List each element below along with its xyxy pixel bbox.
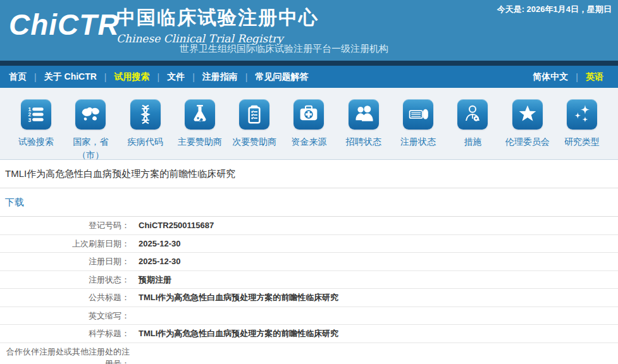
toolbar-item-label: 招聘状态 xyxy=(346,135,381,149)
toolbar-item-recruitment-status[interactable]: 招聘状态 xyxy=(337,99,391,159)
toolbar-item-ethics-committee[interactable]: 伦理委员会 xyxy=(500,99,555,159)
toolbar-item-study-type[interactable]: 研究类型 xyxy=(555,99,609,159)
clipboard-icon xyxy=(239,99,269,130)
toolbar-item-label: 试验搜索 xyxy=(18,135,54,149)
field-label: 公共标题： xyxy=(0,289,130,306)
search-toolbar: 1 2 3 试验搜索 国家，省 （市） xyxy=(0,88,618,160)
toolbar-item-trial-search[interactable]: 1 2 3 试验搜索 xyxy=(9,99,63,159)
field-label: 登记号码： xyxy=(0,217,130,234)
first-aid-kit-icon xyxy=(294,99,324,130)
toolbar-item-label: 资金来源 xyxy=(291,135,326,149)
toolbar-item-label: 伦理委员会 xyxy=(505,135,550,149)
nav-item-trial-search[interactable]: 试用搜索 xyxy=(114,71,150,83)
sparkles-icon xyxy=(567,99,597,130)
numbered-list-icon: 1 2 3 xyxy=(21,99,51,130)
toolbar-item-label: 研究类型 xyxy=(564,135,600,149)
keyboard-mouse-icon xyxy=(403,99,433,130)
toolbar-item-secondary-sponsor[interactable]: 次要赞助商 xyxy=(227,99,281,159)
nav-separator: | xyxy=(245,72,248,82)
chictr-logo[interactable]: ChiCTR xyxy=(9,10,120,39)
site-title-block: 中国临床试验注册中心 Chinese Clinical Trial Regist… xyxy=(116,5,319,45)
toolbar-item-label: 注册状态 xyxy=(400,135,436,149)
nav-separator: | xyxy=(104,72,107,82)
main-nav: 首页 | 关于 ChiCTR | 试用搜索 | 文件 | 注册指南 | 常见问题… xyxy=(0,66,618,88)
nav-item-about[interactable]: 关于 ChiCTR xyxy=(44,71,97,83)
dna-icon xyxy=(130,99,161,130)
header-divider-strip xyxy=(0,61,618,66)
lang-english[interactable]: 英语 xyxy=(586,71,603,83)
site-subtitle: 世界卫生组织国际临床试验注册平台一级注册机构 xyxy=(180,43,388,55)
download-link[interactable]: 下载 xyxy=(0,197,24,209)
field-label: 注册状态： xyxy=(0,271,130,289)
field-label: 英文缩写： xyxy=(0,307,130,325)
nav-item-faq[interactable]: 常见问题解答 xyxy=(255,71,308,83)
toolbar-item-measures[interactable]: 措施 xyxy=(445,99,500,159)
star-icon xyxy=(512,99,543,130)
toolbar-item-region[interactable]: 国家，省 （市） xyxy=(63,99,118,159)
language-switch: 简体中文 | 英语 xyxy=(533,71,609,83)
toolbar-item-label: 主要赞助商 xyxy=(178,135,222,149)
nav-item-documents[interactable]: 文件 xyxy=(167,71,185,83)
page-title: TMLI作为高危急性白血病预处理方案的前瞻性临床研究 xyxy=(0,160,618,188)
nav-separator: | xyxy=(158,72,160,82)
field-value: TMLI作为高危急性白血病预处理方案的前瞻性临床研究 xyxy=(130,291,618,304)
field-value: 2025-12-30 xyxy=(130,255,618,268)
toolbar-item-primary-sponsor[interactable]: 主要赞助商 xyxy=(173,99,227,159)
nav-separator: | xyxy=(576,72,578,82)
toolbar-item-disease-code[interactable]: 疾病代码 xyxy=(118,99,173,159)
svg-text:3: 3 xyxy=(28,117,32,123)
field-row-last-refreshed-date: 上次刷新日期： 2025-12-30 xyxy=(0,235,618,253)
field-row-english-acronym: 英文缩写： xyxy=(0,307,618,325)
lang-simplified-chinese[interactable]: 简体中文 xyxy=(533,71,568,83)
toolbar-item-label: 次要赞助商 xyxy=(232,135,276,149)
trial-detail: TMLI作为高危急性白血病预处理方案的前瞻性临床研究 下载 登记号码： ChiC… xyxy=(0,160,618,364)
download-row: 下载 xyxy=(0,188,618,217)
doctor-icon xyxy=(457,99,488,130)
field-row-registration-number: 登记号码： ChiCTR2500115687 xyxy=(0,217,618,235)
nav-item-home[interactable]: 首页 xyxy=(9,71,27,83)
site-header: ChiCTR 中国临床试验注册中心 Chinese Clinical Trial… xyxy=(0,0,618,61)
nav-separator: | xyxy=(34,72,37,82)
toolbar-item-label: 国家，省 （市） xyxy=(73,135,108,162)
field-label: 注册日期： xyxy=(0,253,130,270)
trial-fields-table: 登记号码： ChiCTR2500115687 上次刷新日期： 2025-12-3… xyxy=(0,217,618,364)
field-value: 预期注册 xyxy=(130,274,618,286)
toolbar-item-label: 疾病代码 xyxy=(128,135,163,149)
field-label: 科学标题： xyxy=(0,325,130,343)
field-label: 合作伙伴注册处或其他注册处的注册号： xyxy=(0,343,130,364)
flask-icon xyxy=(185,99,215,130)
nav-separator: | xyxy=(192,72,195,82)
today-date: 今天是: 2026年1月4日，星期日 xyxy=(497,4,612,15)
field-row-scientific-title: 科学标题： TMLI作为高危急性白血病预处理方案的前瞻性临床研究 xyxy=(0,325,618,343)
nav-menu: 首页 | 关于 ChiCTR | 试用搜索 | 文件 | 注册指南 | 常见问题… xyxy=(9,71,533,83)
world-map-icon xyxy=(75,99,106,130)
people-icon xyxy=(349,99,379,130)
nav-item-registration-guide[interactable]: 注册指南 xyxy=(202,71,238,83)
field-row-registration-status: 注册状态： 预期注册 xyxy=(0,271,618,289)
field-row-partner-registry-number: 合作伙伴注册处或其他注册处的注册号： xyxy=(0,343,618,364)
field-value: TMLI作为高危急性白血病预处理方案的前瞻性临床研究 xyxy=(130,327,618,340)
field-value: ChiCTR2500115687 xyxy=(130,219,618,232)
field-value: 2025-12-30 xyxy=(130,238,618,250)
field-row-public-title: 公共标题： TMLI作为高危急性白血病预处理方案的前瞻性临床研究 xyxy=(0,289,618,307)
field-row-registration-date: 注册日期： 2025-12-30 xyxy=(0,253,618,271)
site-title-cn: 中国临床试验注册中心 xyxy=(116,5,319,31)
toolbar-item-label: 措施 xyxy=(464,135,481,149)
toolbar-item-funding-source[interactable]: 资金来源 xyxy=(281,99,336,159)
field-label: 上次刷新日期： xyxy=(0,235,130,253)
toolbar-item-registration-status[interactable]: 注册状态 xyxy=(391,99,445,159)
